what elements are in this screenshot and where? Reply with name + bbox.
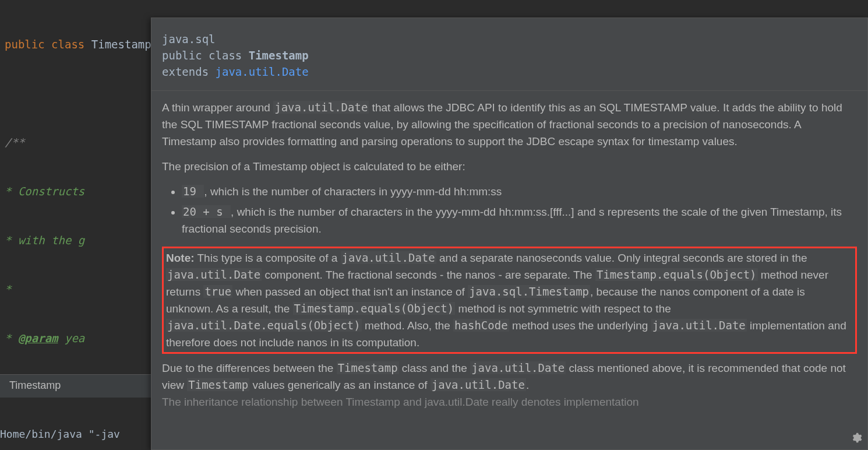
class-name: Timestamp <box>91 38 151 51</box>
editor-tab-timestamp[interactable]: Timestamp <box>0 374 151 398</box>
doc-header: java.sql public class Timestamp extends … <box>151 18 867 91</box>
doc-paragraph: Due to the differences between the Times… <box>162 360 857 410</box>
doc-note-highlight: Note: This type is a composite of a java… <box>162 247 857 354</box>
javadoc-param-tag: @param <box>18 332 58 344</box>
gear-icon[interactable] <box>850 432 863 445</box>
keyword-public: public <box>5 38 45 51</box>
doc-modifiers: public class <box>162 49 249 62</box>
keyword-class: class <box>51 38 84 51</box>
doc-super-link[interactable]: java.util.Date <box>216 65 309 78</box>
doc-list: 19 , which is the number of characters i… <box>162 183 857 237</box>
doc-paragraph: A thin wrapper around java.util.Date tha… <box>162 99 857 150</box>
doc-class-name: Timestamp <box>249 49 309 62</box>
doc-list-item: 19 , which is the number of characters i… <box>182 183 857 200</box>
quick-documentation-popup[interactable]: java.sql public class Timestamp extends … <box>151 17 868 450</box>
console-line: Home/bin/java "-jav <box>0 428 120 440</box>
javadoc-line: * <box>5 283 11 296</box>
editor-tab-label: Timestamp <box>9 379 61 391</box>
console-output: Home/bin/java "-jav <box>0 422 151 450</box>
doc-package: java.sql <box>162 33 216 45</box>
doc-extends: extends <box>162 65 216 78</box>
doc-paragraph: The precision of a Timestamp object is c… <box>162 158 857 175</box>
doc-list-item: 20 + s , which is the number of characte… <box>182 203 857 237</box>
javadoc-line: * with the g <box>5 234 84 247</box>
doc-body[interactable]: A thin wrapper around java.util.Date tha… <box>151 91 867 429</box>
